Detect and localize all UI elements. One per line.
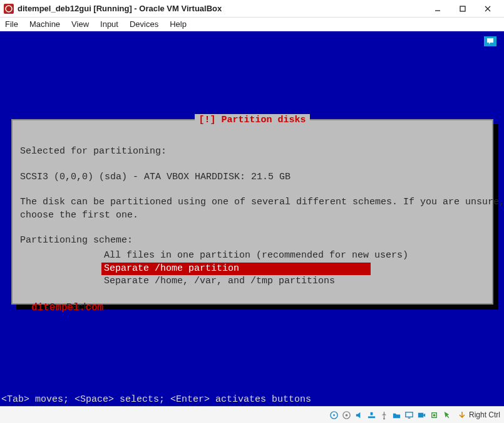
watermark: ditempel.com: [31, 302, 103, 313]
dialog-line: Selected for partitioning:: [20, 146, 167, 157]
menu-help[interactable]: Help: [170, 19, 187, 29]
svg-point-6: [333, 414, 335, 416]
console: [!] Partition disks Selected for partiti…: [0, 31, 504, 406]
network-icon[interactable]: [366, 410, 377, 420]
recording-icon[interactable]: [416, 410, 427, 420]
scheme-option-separate-home[interactable]: Separate /home partition: [101, 263, 371, 275]
dialog-line: The disk can be partitioned using one of…: [20, 197, 504, 207]
dialog-wrap: [!] Partition disks Selected for partiti…: [11, 119, 493, 305]
minimize-button[interactable]: [425, 1, 450, 17]
svg-rect-14: [418, 412, 423, 417]
svg-point-8: [346, 414, 348, 416]
scheme-options: All files in one partition (recommended …: [101, 249, 485, 288]
dialog-title-row: [!] Partition disks: [13, 114, 492, 127]
go-back-button[interactable]: <Go Back>: [44, 301, 485, 314]
svg-rect-9: [368, 416, 375, 418]
partition-dialog: [!] Partition disks Selected for partiti…: [11, 119, 493, 305]
menu-devices[interactable]: Devices: [130, 19, 158, 29]
menu-view[interactable]: View: [71, 19, 89, 29]
mouse-integration-icon[interactable]: [441, 410, 452, 420]
svg-rect-2: [460, 6, 465, 11]
menubar: File Machine View Input Devices Help: [0, 18, 504, 31]
dialog-body: Selected for partitioning: SCSI3 (0,0,0)…: [20, 133, 485, 247]
menu-machine[interactable]: Machine: [29, 19, 60, 29]
optical-icon[interactable]: [341, 410, 352, 420]
window-caption-buttons: [425, 1, 500, 17]
titlebar: ditempel_deb12gui [Running] - Oracle VM …: [0, 0, 504, 18]
shared-folder-icon[interactable]: [391, 410, 402, 420]
audio-icon[interactable]: [354, 410, 364, 420]
key-down-icon: [458, 410, 466, 419]
usb-icon[interactable]: [379, 410, 389, 420]
close-button[interactable]: [475, 1, 500, 17]
dialog-title: [!] Partition disks: [195, 114, 309, 127]
scheme-option-separate-home-var-tmp[interactable]: Separate /home, /var, and /tmp partition…: [101, 275, 485, 288]
vm-display[interactable]: [!] Partition disks Selected for partiti…: [0, 31, 504, 406]
virtualbox-icon: [4, 4, 14, 14]
maximize-button[interactable]: [450, 1, 475, 17]
svg-point-16: [433, 414, 436, 416]
menu-input[interactable]: Input: [100, 19, 118, 29]
svg-rect-12: [406, 412, 413, 417]
harddisk-icon[interactable]: [329, 410, 339, 420]
dialog-line: SCSI3 (0,0,0) (sda) - ATA VBOX HARDDISK:…: [20, 172, 291, 182]
help-line: <Tab> moves; <Space> selects; <Enter> ac…: [0, 394, 314, 406]
host-key-indicator[interactable]: Right Ctrl: [458, 410, 500, 419]
window-title: ditempel_deb12gui [Running] - Oracle VM …: [18, 4, 425, 13]
statusbar: Right Ctrl: [0, 406, 504, 423]
svg-rect-10: [371, 412, 373, 415]
svg-point-0: [6, 6, 12, 12]
dialog-line: Partitioning scheme:: [20, 235, 133, 246]
display-icon[interactable]: [404, 410, 414, 420]
cpu-icon[interactable]: [429, 410, 440, 420]
svg-point-11: [383, 417, 385, 419]
menu-file[interactable]: File: [5, 19, 18, 29]
dialog-line: choose the first one.: [20, 210, 138, 221]
scheme-option-all-one[interactable]: All files in one partition (recommended …: [101, 249, 485, 262]
host-key-label: Right Ctrl: [469, 410, 500, 419]
